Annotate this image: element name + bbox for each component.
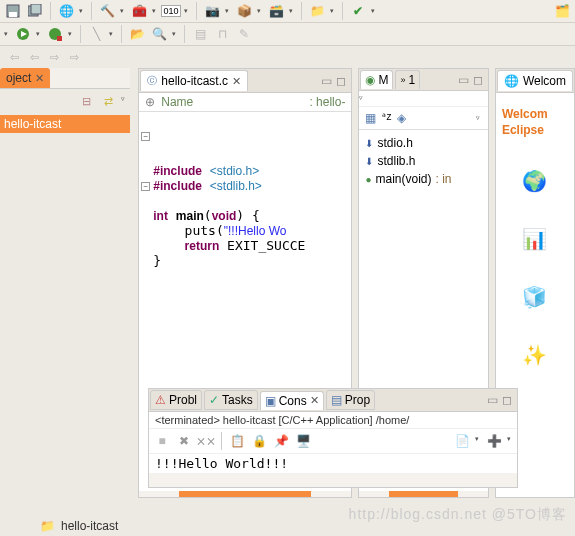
- filter-icon[interactable]: ▦: [365, 111, 376, 125]
- nav-history: ⇦ ⇦ ⇨ ⇨: [0, 46, 575, 68]
- tab-problems[interactable]: ⚠Probl: [150, 390, 202, 410]
- dropdown-icon[interactable]: ▾: [120, 4, 126, 18]
- view-menu-icon[interactable]: ▿: [359, 91, 365, 105]
- save-icon[interactable]: [4, 2, 22, 20]
- tab-console[interactable]: ▣Cons✕: [260, 391, 324, 410]
- whatsnew-icon[interactable]: ✨: [521, 341, 549, 369]
- globe-icon[interactable]: 🌐: [57, 2, 75, 20]
- dropdown-icon[interactable]: ▾: [79, 4, 85, 18]
- expand-icon[interactable]: ⊕: [145, 95, 155, 109]
- outline-scrollbar[interactable]: [389, 491, 457, 497]
- new-console-icon[interactable]: ➕: [485, 432, 503, 450]
- problems-icon: ⚠: [155, 393, 166, 407]
- hide-icon[interactable]: ◈: [397, 111, 406, 125]
- svg-rect-7: [57, 36, 62, 41]
- link-icon[interactable]: ⇄: [99, 92, 117, 110]
- include-icon: ⬇: [365, 138, 373, 149]
- tab-welcome[interactable]: 🌐Welcom: [497, 70, 573, 91]
- save-all-icon[interactable]: [26, 2, 44, 20]
- terminate-icon[interactable]: ■: [153, 432, 171, 450]
- fwd2-icon: ⇨: [66, 49, 82, 65]
- view-menu-icon[interactable]: ▿: [121, 92, 127, 106]
- folder-icon[interactable]: 📁: [308, 2, 326, 20]
- view-menu-icon[interactable]: ▿: [476, 111, 482, 125]
- dropdown-icon[interactable]: ▾: [507, 432, 513, 446]
- back-icon[interactable]: ⇦: [6, 49, 22, 65]
- tasks-icon: ✓: [209, 393, 219, 407]
- c-file-icon: ⓒ: [147, 74, 157, 88]
- edit-icon[interactable]: ✎: [235, 25, 253, 43]
- package-icon[interactable]: 📦: [235, 2, 253, 20]
- editor-scrollbar[interactable]: [179, 491, 311, 497]
- dropdown-icon[interactable]: ▾: [68, 27, 74, 41]
- maximize-icon[interactable]: ◻: [473, 73, 483, 87]
- outline-icon[interactable]: ▤: [191, 25, 209, 43]
- open-console-icon[interactable]: 📄: [453, 432, 471, 450]
- minimize-icon[interactable]: ▭: [458, 73, 469, 87]
- camera-icon[interactable]: 📷: [203, 2, 221, 20]
- tab-tasks[interactable]: ✓Tasks: [204, 390, 258, 410]
- folder-open-icon[interactable]: 📂: [128, 25, 146, 43]
- lock-icon[interactable]: 🔒: [250, 432, 268, 450]
- minimize-icon[interactable]: ▭: [321, 74, 332, 88]
- run-icon[interactable]: [14, 25, 32, 43]
- svg-rect-3: [31, 4, 41, 14]
- dropdown-icon[interactable]: ▾: [257, 4, 263, 18]
- dropdown-icon[interactable]: ▾: [330, 4, 336, 18]
- hammer-icon[interactable]: 🔨: [98, 2, 116, 20]
- check-icon[interactable]: ✔: [349, 2, 367, 20]
- overview-icon[interactable]: 🌍: [521, 167, 549, 195]
- back2-icon: ⇦: [26, 49, 42, 65]
- outline-item[interactable]: ⬇stdlib.h: [363, 152, 483, 170]
- close-icon[interactable]: ✕: [35, 72, 44, 85]
- display-icon[interactable]: 🖥️: [294, 432, 312, 450]
- dropdown-icon[interactable]: ▾: [172, 27, 178, 41]
- welcome-title-1: Welcom: [502, 107, 548, 121]
- close-icon[interactable]: ✕: [232, 75, 241, 88]
- search-icon[interactable]: 🔍: [150, 25, 168, 43]
- tab-makefile[interactable]: ◉M: [360, 70, 393, 89]
- binary-icon[interactable]: 010: [162, 2, 180, 20]
- run-ext-icon[interactable]: [46, 25, 64, 43]
- dropdown-icon[interactable]: ▾: [475, 432, 481, 446]
- dropdown-icon[interactable]: ▾: [152, 4, 158, 18]
- wand-icon[interactable]: ╲: [87, 25, 105, 43]
- tree-item-selected[interactable]: hello-itcast: [0, 115, 130, 133]
- status-project: hello-itcast: [61, 519, 118, 533]
- tutorials-icon[interactable]: 🧊: [521, 283, 549, 311]
- console-output[interactable]: !!!Hello World!!!: [149, 454, 517, 473]
- sort-icon[interactable]: ᵃz: [382, 111, 391, 125]
- dropdown-icon[interactable]: ▾: [36, 27, 42, 41]
- tab-properties[interactable]: ▤Prop: [326, 390, 375, 410]
- editor-tab[interactable]: ⓒ hello-itcast.c ✕: [140, 70, 248, 91]
- remove-all-icon[interactable]: ⨯⨯: [197, 432, 215, 450]
- package-open-icon[interactable]: 🗃️: [267, 2, 285, 20]
- tab-project[interactable]: oject ✕: [0, 68, 50, 88]
- fold-icon[interactable]: −: [141, 132, 150, 141]
- dropdown-icon[interactable]: ▾: [225, 4, 231, 18]
- dropdown-icon[interactable]: ▾: [289, 4, 295, 18]
- outline-item[interactable]: ⬇stdio.h: [363, 134, 483, 152]
- perspective-icon[interactable]: 🗂️: [553, 2, 571, 20]
- dropdown-icon[interactable]: ▾: [109, 27, 115, 41]
- clear-icon[interactable]: 📋: [228, 432, 246, 450]
- header-val: : hello-: [309, 95, 345, 109]
- pin-icon[interactable]: ⊓: [213, 25, 231, 43]
- dropdown-icon[interactable]: ▾: [184, 4, 190, 18]
- editor-tab-label: hello-itcast.c: [161, 74, 228, 88]
- maximize-icon[interactable]: ◻: [502, 393, 512, 407]
- samples-icon[interactable]: 📊: [521, 225, 549, 253]
- outline-item[interactable]: ●main(void): in: [363, 170, 483, 188]
- dropdown-icon[interactable]: ▾: [4, 27, 10, 41]
- toolbox-icon[interactable]: 🧰: [130, 2, 148, 20]
- fold-icon[interactable]: −: [141, 182, 150, 191]
- remove-icon[interactable]: ✖: [175, 432, 193, 450]
- header-name: Name: [161, 95, 193, 109]
- maximize-icon[interactable]: ◻: [336, 74, 346, 88]
- dropdown-icon[interactable]: ▾: [371, 4, 377, 18]
- collapse-icon[interactable]: ⊟: [77, 92, 95, 110]
- tab-other[interactable]: »1: [395, 70, 420, 89]
- pin-icon[interactable]: 📌: [272, 432, 290, 450]
- close-icon[interactable]: ✕: [310, 394, 319, 407]
- minimize-icon[interactable]: ▭: [487, 393, 498, 407]
